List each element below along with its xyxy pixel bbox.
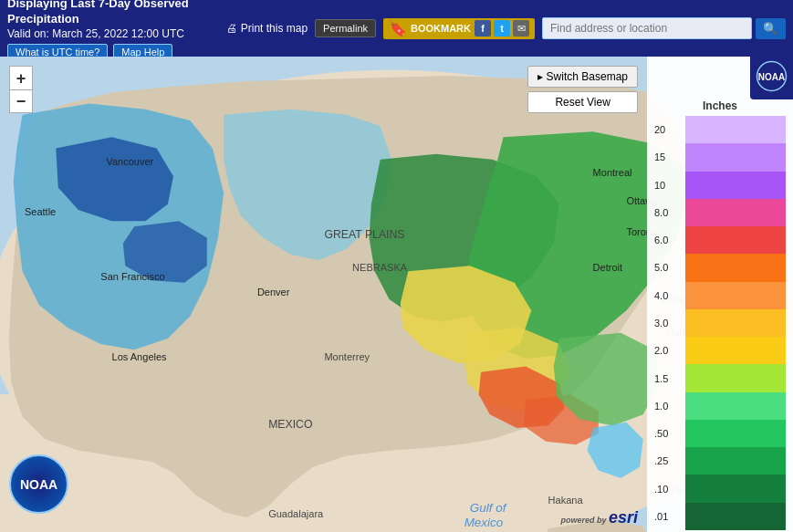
legend: NOAA Inches 2015108.06.05.04.03.02.01.51…	[647, 57, 793, 532]
legend-row: 1.0	[654, 392, 786, 420]
legend-value-label: 15	[654, 151, 682, 162]
legend-value-label: 10	[654, 180, 682, 191]
header-left: Displaying Last 7-Day Observed Precipita…	[7, 0, 226, 60]
noaa-badge-icon: NOAA	[756, 60, 788, 92]
legend-row: 8.0	[654, 199, 786, 226]
social-icons: f t ✉	[475, 20, 529, 37]
legend-value-label: .50	[654, 428, 682, 439]
legend-row: 20	[654, 116, 786, 143]
svg-text:Mexico: Mexico	[464, 516, 504, 529]
zoom-controls: + −	[9, 66, 33, 113]
legend-row: 4.0	[654, 282, 786, 309]
search-area: 🔍	[542, 17, 786, 39]
svg-text:Seattle: Seattle	[25, 206, 56, 217]
svg-text:GREAT PLAINS: GREAT PLAINS	[324, 228, 404, 241]
legend-row: .25	[654, 447, 786, 475]
svg-text:NEBRASKA: NEBRASKA	[352, 262, 408, 273]
legend-row: 3.0	[654, 309, 786, 337]
legend-row: .50	[654, 420, 786, 447]
legend-color-swatch	[685, 254, 786, 281]
legend-color-swatch	[685, 116, 786, 143]
svg-text:Monterrey: Monterrey	[324, 351, 370, 362]
bookmark-area: 🔖 BOOKMARK f t ✉	[383, 18, 535, 39]
legend-value-label: 6.0	[654, 235, 682, 245]
svg-text:Detroit: Detroit	[593, 262, 622, 273]
zoom-out-button[interactable]: −	[9, 89, 33, 113]
esri-text: esri	[609, 508, 638, 527]
svg-text:Vancouver: Vancouver	[106, 156, 153, 167]
legend-value-label: .01	[654, 511, 682, 522]
header: Displaying Last 7-Day Observed Precipita…	[0, 0, 793, 57]
svg-text:Guadalajara: Guadalajara	[268, 508, 324, 519]
print-area: 🖨 Print this map	[226, 22, 308, 35]
search-input[interactable]	[542, 17, 752, 39]
esri-logo: powered by esri	[560, 508, 638, 527]
legend-value-label: .25	[654, 455, 682, 466]
map-overlay-controls: ▸ Switch Basemap Reset View	[527, 66, 638, 113]
header-right: 🖨 Print this map Permalink 🔖 BOOKMARK f …	[226, 17, 786, 39]
page-title: Displaying Last 7-Day Observed Precipita…	[7, 0, 226, 27]
legend-color-swatch	[685, 503, 786, 530]
legend-unit: Inches	[647, 98, 793, 114]
legend-color-swatch	[685, 337, 786, 364]
printer-icon: 🖨	[226, 22, 237, 35]
email-icon[interactable]: ✉	[513, 20, 529, 37]
svg-text:Denver: Denver	[257, 287, 290, 297]
reset-view-button[interactable]: Reset View	[527, 91, 638, 113]
legend-value-label: 8.0	[654, 207, 682, 218]
search-button[interactable]: 🔍	[756, 18, 786, 39]
svg-text:Los Angeles: Los Angeles	[112, 351, 168, 362]
noaa-corner-badge: NOAA	[750, 57, 793, 99]
legend-color-swatch	[685, 172, 786, 199]
svg-text:Gulf of: Gulf of	[470, 501, 507, 515]
permalink-button[interactable]: Permalink	[315, 19, 376, 37]
legend-value-label: 5.0	[654, 262, 682, 273]
bookmark-label: BOOKMARK	[411, 23, 471, 34]
svg-text:San Francisco: San Francisco	[100, 271, 164, 282]
legend-color-swatch	[685, 392, 786, 420]
legend-color-swatch	[685, 199, 786, 226]
print-button[interactable]: 🖨 Print this map	[226, 22, 308, 35]
legend-value-label: 4.0	[654, 290, 682, 301]
legend-row: .01	[654, 503, 786, 530]
legend-value-label: 2.0	[654, 345, 682, 356]
noaa-text: NOAA	[20, 477, 57, 492]
map-container[interactable]: Gulf of Mexico CUBA Vancouver Seattle Sa…	[0, 57, 793, 532]
legend-color-swatch	[685, 309, 786, 337]
valid-date: Valid on: March 25, 2022 12:00 UTC	[7, 27, 226, 40]
legend-value-label: 1.5	[654, 373, 682, 384]
twitter-icon[interactable]: t	[494, 20, 510, 37]
legend-color-swatch	[685, 143, 786, 171]
zoom-in-button[interactable]: +	[9, 66, 33, 89]
legend-value-label: 1.0	[654, 401, 682, 412]
facebook-icon[interactable]: f	[475, 20, 491, 37]
legend-row: 6.0	[654, 226, 786, 254]
legend-row: 15	[654, 143, 786, 171]
legend-value-label: .10	[654, 484, 682, 495]
legend-row: 10	[654, 172, 786, 199]
legend-color-swatch	[685, 282, 786, 309]
svg-text:Montreal: Montreal	[593, 167, 632, 178]
svg-text:Hakana: Hakana	[548, 495, 584, 506]
legend-color-swatch	[685, 226, 786, 254]
legend-color-swatch	[685, 447, 786, 475]
legend-row: .10	[654, 475, 786, 502]
legend-color-swatch	[685, 420, 786, 447]
svg-text:NOAA: NOAA	[758, 72, 785, 82]
legend-value-label: 3.0	[654, 318, 682, 329]
legend-row: 2.0	[654, 337, 786, 364]
noaa-logo: NOAA	[9, 454, 68, 514]
switch-basemap-button[interactable]: ▸ Switch Basemap	[527, 66, 638, 88]
legend-color-swatch	[685, 364, 786, 391]
search-icon: 🔍	[763, 22, 778, 36]
noaa-circle: NOAA	[9, 454, 68, 514]
legend-row: 1.5	[654, 364, 786, 391]
legend-value-label: 20	[654, 124, 682, 135]
legend-row: 5.0	[654, 254, 786, 281]
legend-scale: 2015108.06.05.04.03.02.01.51.0.50.25.10.…	[647, 114, 793, 532]
svg-text:MEXICO: MEXICO	[268, 418, 312, 431]
bookmark-icon: 🔖	[389, 20, 407, 37]
legend-color-swatch	[685, 475, 786, 502]
